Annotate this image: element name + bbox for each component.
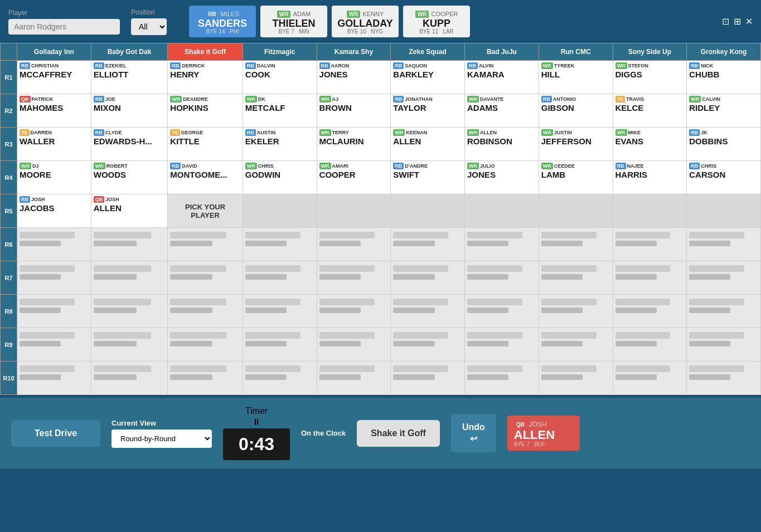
draft-cell[interactable] (687, 328, 761, 362)
draft-cell[interactable]: TE TRAVIS KELCE (613, 94, 687, 128)
draft-cell[interactable]: RB JONATHAN TAYLOR (391, 94, 465, 128)
featured-player-3[interactable]: WRCOOPER KUPP BYE 11 LAR (403, 6, 470, 37)
draft-cell[interactable]: WR CEEDEE LAMB (539, 161, 613, 194)
draft-cell[interactable]: RB ANTONIO GIBSON (539, 94, 613, 128)
draft-cell[interactable] (465, 228, 539, 261)
draft-cell[interactable] (687, 261, 761, 295)
draft-cell[interactable] (168, 228, 243, 261)
draft-cell[interactable] (17, 261, 91, 295)
draft-cell[interactable] (613, 295, 687, 328)
draft-cell[interactable] (391, 228, 465, 261)
draft-cell[interactable] (391, 328, 465, 362)
draft-cell[interactable]: RB DERRICK HENRY (168, 61, 243, 94)
draft-cell[interactable]: QB PATRICK MAHOMES (17, 94, 91, 128)
draft-cell[interactable] (613, 194, 687, 228)
draft-cell[interactable] (539, 261, 613, 295)
draft-cell[interactable] (91, 228, 168, 261)
draft-cell[interactable]: WR STEFON DIGGS (613, 61, 687, 94)
draft-cell[interactable]: RB NAJEE HARRIS (613, 161, 687, 194)
draft-cell[interactable] (391, 362, 465, 395)
draft-cell[interactable] (465, 295, 539, 328)
draft-cell[interactable] (17, 228, 91, 261)
draft-cell[interactable] (17, 362, 91, 395)
draft-cell[interactable]: PICK YOURPLAYER (168, 194, 243, 228)
draft-cell[interactable] (17, 295, 91, 328)
draft-cell[interactable] (168, 328, 243, 362)
shake-it-goff-button[interactable]: Shake it Goff (357, 420, 440, 447)
draft-cell[interactable]: QB JOSH ALLEN (91, 194, 168, 228)
draft-cell[interactable] (91, 362, 168, 395)
featured-player-0[interactable]: RBMILES SANDERS BYE 14 PHI (189, 6, 256, 37)
featured-player-2[interactable]: WRKENNY GOLLADAY BYE 10 NYG (332, 6, 399, 37)
draft-cell[interactable]: WR KEENAN ALLEN (391, 128, 465, 161)
draft-cell[interactable] (91, 328, 168, 362)
draft-cell[interactable]: RB CHRISTIAN MCCAFFREY (17, 61, 91, 94)
draft-cell[interactable] (465, 194, 539, 228)
draft-cell[interactable]: WR TYREEK HILL (539, 61, 613, 94)
draft-cell[interactable] (317, 295, 391, 328)
draft-cell[interactable]: TE GEORGE KITTLE (168, 128, 243, 161)
draft-cell[interactable] (391, 194, 465, 228)
draft-cell[interactable] (539, 295, 613, 328)
draft-cell[interactable]: WR ROBERT WOODS (91, 161, 168, 194)
draft-cell[interactable] (613, 228, 687, 261)
draft-cell[interactable] (168, 261, 243, 295)
close-icon[interactable]: ✕ (745, 16, 753, 27)
draft-cell[interactable]: RB EZEKIEL ELLIOTT (91, 61, 168, 94)
draft-cell[interactable] (391, 261, 465, 295)
undo-button[interactable]: Undo ↩ (451, 414, 496, 452)
draft-cell[interactable] (317, 228, 391, 261)
draft-cell[interactable] (243, 295, 317, 328)
draft-cell[interactable] (317, 194, 391, 228)
draft-cell[interactable]: RB NICK CHUBB (687, 61, 761, 94)
draft-cell[interactable] (539, 194, 613, 228)
draft-cell[interactable]: WR JUSTIN JEFFERSON (539, 128, 613, 161)
view-select[interactable]: Round-by-Round Snake Order Team View (112, 429, 212, 448)
draft-cell[interactable] (243, 328, 317, 362)
draft-cell[interactable]: WR DEANDRE HOPKINS (168, 94, 243, 128)
draft-cell[interactable] (168, 362, 243, 395)
draft-cell[interactable]: RB DAVID MONTGOME... (168, 161, 243, 194)
draft-cell[interactable] (687, 362, 761, 395)
draft-cell[interactable]: WR DJ MOORE (17, 161, 91, 194)
draft-cell[interactable] (168, 295, 243, 328)
draft-cell[interactable]: WR CHRIS GODWIN (243, 161, 317, 194)
timer-pause-icon[interactable]: ⏸ (252, 417, 261, 427)
draft-cell[interactable]: WR AJ BROWN (317, 94, 391, 128)
draft-cell[interactable]: RB SAQUON BARKLEY (391, 61, 465, 94)
draft-cell[interactable] (317, 328, 391, 362)
position-select[interactable]: All QB RB WR TE (131, 18, 167, 35)
draft-cell[interactable] (243, 261, 317, 295)
draft-cell[interactable] (687, 295, 761, 328)
draft-cell[interactable] (539, 362, 613, 395)
draft-cell[interactable] (391, 295, 465, 328)
draft-cell[interactable]: WR ALLEN ROBINSON (465, 128, 539, 161)
draft-cell[interactable]: RB CLYDE EDWARDS-H... (91, 128, 168, 161)
draft-cell[interactable] (687, 228, 761, 261)
draft-cell[interactable]: WR TERRY MCLAURIN (317, 128, 391, 161)
draft-cell[interactable]: RB AARON JONES (317, 61, 391, 94)
test-drive-button[interactable]: Test Drive (11, 420, 100, 447)
player-input[interactable] (8, 19, 120, 35)
draft-cell[interactable] (317, 261, 391, 295)
draft-cell[interactable]: RB JOSH JACOBS (17, 194, 91, 228)
draft-cell[interactable] (465, 328, 539, 362)
featured-player-1[interactable]: WRADAM THIELEN BYE 7 MIN (260, 6, 327, 37)
draft-cell[interactable] (613, 261, 687, 295)
draft-cell[interactable]: WR DK METCALF (243, 94, 317, 128)
draft-cell[interactable] (539, 228, 613, 261)
draft-cell[interactable]: RB AUSTIN EKELER (243, 128, 317, 161)
draft-cell[interactable]: RB D'ANDRE SWIFT (391, 161, 465, 194)
draft-cell[interactable] (17, 328, 91, 362)
draft-cell[interactable]: RB JK DOBBINS (687, 128, 761, 161)
draft-cell[interactable]: WR MIKE EVANS (613, 128, 687, 161)
draft-cell[interactable] (243, 362, 317, 395)
minimize-icon[interactable]: ⊡ (722, 16, 729, 27)
draft-cell[interactable]: WR DAVANTE ADAMS (465, 94, 539, 128)
draft-cell[interactable] (91, 261, 168, 295)
draft-cell[interactable] (243, 228, 317, 261)
draft-cell[interactable] (613, 362, 687, 395)
draft-cell[interactable]: WR CALVIN RIDLEY (687, 94, 761, 128)
draft-cell[interactable]: WR JULIO JONES (465, 161, 539, 194)
draft-cell[interactable]: RB CHRIS CARSON (687, 161, 761, 194)
